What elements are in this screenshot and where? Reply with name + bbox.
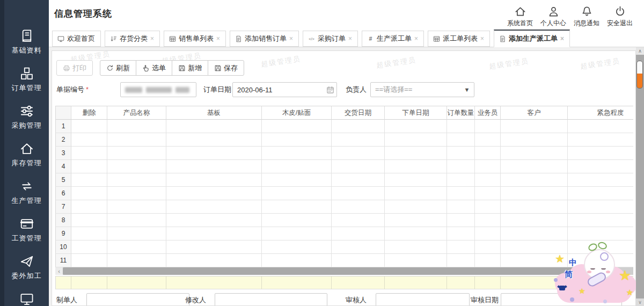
grid-cell[interactable] — [475, 173, 501, 187]
grid-cell[interactable] — [475, 254, 501, 267]
scroll-up-button[interactable]: ∧ — [636, 47, 644, 55]
grid-cell[interactable] — [447, 120, 475, 133]
grid-cell[interactable] — [71, 254, 107, 267]
grid-cell[interactable] — [166, 200, 262, 214]
grid-cell[interactable] — [166, 254, 262, 267]
close-icon[interactable]: × — [560, 31, 564, 46]
toolbar-button-3[interactable]: 选单 — [136, 60, 172, 76]
grid-cell[interactable] — [332, 173, 385, 187]
grid-cell[interactable] — [71, 187, 107, 200]
grid-cell[interactable] — [262, 120, 332, 133]
grid-cell[interactable] — [501, 200, 568, 214]
toolbar-button-2[interactable]: 刷新 — [100, 60, 136, 76]
grid-cell[interactable] — [107, 254, 166, 267]
calendar-icon[interactable] — [324, 86, 336, 94]
grid-cell[interactable] — [385, 147, 447, 160]
grid-cell[interactable] — [568, 241, 633, 254]
grid-cell[interactable] — [568, 133, 633, 147]
quick-link-home[interactable]: 系统首页 — [503, 3, 537, 28]
grid-cell[interactable] — [385, 187, 447, 200]
grid-cell[interactable] — [447, 147, 475, 160]
grid-cell[interactable] — [166, 120, 262, 133]
grid-cell[interactable] — [501, 173, 568, 187]
grid-cell[interactable] — [568, 160, 633, 173]
grid-cell[interactable] — [385, 120, 447, 133]
grid-cell[interactable] — [568, 200, 633, 214]
grid-cell[interactable] — [262, 160, 332, 173]
sidebar-item-5[interactable]: 生产管理 — [4, 176, 49, 214]
quick-link-user[interactable]: 个人中心 — [537, 3, 570, 28]
quick-link-bell[interactable]: 消息通知 — [570, 3, 603, 28]
footer-input-3[interactable] — [376, 293, 470, 306]
close-icon[interactable]: × — [150, 31, 154, 46]
toolbar-button-5[interactable]: 保存 — [208, 60, 244, 76]
grid-cell[interactable] — [332, 227, 385, 241]
tab-4[interactable]: 添加销售订单× — [230, 31, 299, 47]
grid-cell[interactable] — [332, 147, 385, 160]
tab-6[interactable]: #生产派工单× — [362, 31, 424, 47]
grid-cell[interactable] — [107, 120, 166, 133]
grid-cell[interactable] — [501, 241, 568, 254]
grid-cell[interactable] — [332, 241, 385, 254]
grid-cell[interactable] — [475, 241, 501, 254]
order-date-input[interactable]: 2020-06-11 — [232, 82, 337, 97]
grid-cell[interactable] — [332, 187, 385, 200]
grid-cell[interactable] — [107, 227, 166, 241]
grid-cell[interactable] — [385, 133, 447, 147]
grid-cell[interactable] — [475, 160, 501, 173]
grid-cell[interactable] — [385, 173, 447, 187]
vertical-scroll-thumb[interactable] — [636, 61, 643, 89]
tab-8[interactable]: 添加生产派工单× — [494, 30, 570, 47]
grid-cell[interactable] — [166, 133, 262, 147]
grid-cell[interactable] — [71, 133, 107, 147]
grid-cell[interactable] — [332, 160, 385, 173]
close-icon[interactable]: × — [289, 31, 293, 46]
grid-cell[interactable] — [385, 200, 447, 214]
grid-cell[interactable] — [107, 147, 166, 160]
close-icon[interactable]: × — [216, 31, 220, 46]
grid-cell[interactable] — [262, 133, 332, 147]
tab-7[interactable]: 派工单列表× — [428, 31, 490, 47]
grid-cell[interactable] — [71, 214, 107, 227]
vertical-scrollbar[interactable]: ∧ ∨ — [636, 47, 644, 306]
grid-cell[interactable] — [568, 227, 633, 241]
grid-cell[interactable] — [71, 241, 107, 254]
grid-cell[interactable] — [447, 214, 475, 227]
grid-cell[interactable] — [262, 147, 332, 160]
grid-cell[interactable] — [166, 227, 262, 241]
footer-input-4[interactable] — [501, 293, 622, 306]
grid-cell[interactable] — [475, 147, 501, 160]
sidebar-item-6[interactable]: 工资管理 — [4, 214, 49, 251]
grid-cell[interactable] — [568, 214, 633, 227]
grid-cell[interactable] — [475, 187, 501, 200]
grid-cell[interactable] — [475, 133, 501, 147]
grid-cell[interactable] — [71, 200, 107, 214]
footer-input-1[interactable] — [86, 293, 189, 306]
grid-cell[interactable] — [475, 214, 501, 227]
grid-cell[interactable] — [262, 200, 332, 214]
grid-cell[interactable] — [447, 200, 475, 214]
horizontal-scroll-thumb[interactable] — [63, 267, 594, 275]
grid-cell[interactable] — [166, 147, 262, 160]
scroll-down-button[interactable]: ∨ — [636, 298, 644, 306]
sidebar-item-1[interactable]: 基础资料 — [4, 26, 49, 63]
grid-cell[interactable] — [568, 187, 633, 200]
doc-no-input[interactable] — [120, 82, 196, 97]
sidebar-item-8[interactable] — [4, 289, 49, 306]
grid-cell[interactable] — [385, 241, 447, 254]
grid-cell[interactable] — [385, 227, 447, 241]
grid-cell[interactable] — [475, 227, 501, 241]
grid-cell[interactable] — [447, 241, 475, 254]
grid-cell[interactable] — [447, 133, 475, 147]
grid-cell[interactable] — [71, 227, 107, 241]
grid-cell[interactable] — [107, 160, 166, 173]
manager-select[interactable]: ==请选择== ▼ — [370, 82, 474, 97]
grid-cell[interactable] — [501, 160, 568, 173]
grid-cell[interactable] — [262, 227, 332, 241]
grid-cell[interactable] — [332, 133, 385, 147]
grid-cell[interactable] — [71, 173, 107, 187]
horizontal-scrollbar[interactable]: ‹ — [55, 267, 633, 275]
grid-cell[interactable] — [262, 214, 332, 227]
grid-cell[interactable] — [166, 241, 262, 254]
quick-link-power[interactable]: 安全退出 — [603, 3, 636, 28]
